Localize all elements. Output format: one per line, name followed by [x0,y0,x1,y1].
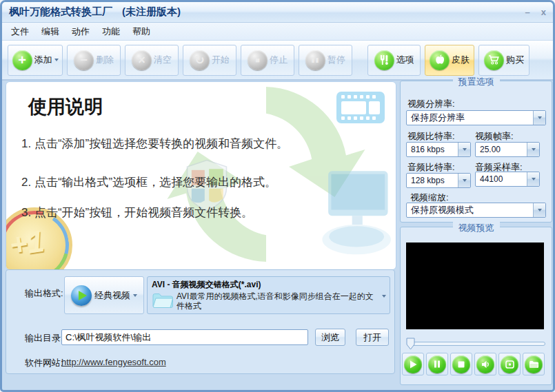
menu-function[interactable]: 功能 [96,23,126,40]
skin-button[interactable]: 皮肤 [425,45,474,76]
chevron-down-icon[interactable] [382,295,386,298]
open-button[interactable]: 打开 [356,329,389,346]
folder-icon [525,355,543,373]
monitor-graphic [318,166,392,262]
options-button-label: 选项 [396,54,414,66]
classic-video-icon [71,285,92,306]
video-bitrate-value: 816 kbps [407,145,458,154]
chevron-down-icon [54,59,59,61]
format-select-box[interactable]: AVI - 音频视频交错格式(*.avi) AVI最常用的视频格式,语音和影像同… [147,276,390,314]
start-refresh-icon: ↻ [190,50,210,70]
snapshot-icon [501,355,518,373]
delete-button[interactable]: − 删除 [67,45,121,76]
video-preview-panel: 视频预览 [400,227,552,385]
video-framerate-label: 视频帧率: [475,130,514,143]
close-button[interactable]: x [541,8,546,17]
preview-folder-button[interactable] [523,353,545,375]
seek-slider[interactable] [406,338,545,350]
menu-file[interactable]: 文件 [5,23,35,40]
add-button[interactable]: + 添加 [8,45,63,76]
add-plus-icon: + [12,50,32,70]
stop-icon [452,355,470,373]
menu-help[interactable]: 帮助 [126,23,157,40]
video-framerate-select[interactable]: 25.00 [475,142,540,157]
output-directory-label: 输出目录: [25,332,63,344]
audio-samplerate-value: 44100 [476,174,527,184]
stop-square-icon: ■ [248,50,268,70]
format-category-label: 经典视频 [94,289,130,302]
start-button[interactable]: ↻ 开始 [183,45,236,76]
format-name: AVI - 音频视频交错格式(*.avi) [152,279,380,291]
skin-button-label: 皮肤 [452,54,470,66]
options-button[interactable]: 选项 [367,45,421,76]
menu-edit[interactable]: 编辑 [35,23,65,40]
output-panel: 输出格式: 经典视频 AVI - 音频视频交错格式(*.avi) AVI最常用的… [6,269,395,374]
video-scale-value: 保持原视频模式 [407,204,533,216]
preset-options-panel: 预置选项 视频分辨率: 保持原分辨率 视频比特率: 视频帧率: 816 kbps… [400,81,552,223]
window-title: 枫叶万能格式转换工厂 [9,6,112,19]
stop-button-label: 停止 [270,54,287,66]
license-badge: (未注册版本) [122,6,181,19]
seek-slider-track[interactable] [407,342,545,346]
add-button-label: 添加 [34,54,52,66]
content-area: +1 使用说明 1. 点击“添加”按钮选择您要转换的视频和音频文件。 2. 点击… [2,78,553,390]
menu-bar: 文件 编辑 动作 功能 帮助 [2,23,553,41]
instruction-step-3: 3. 点击“开始”按钮，开始视频音频文件转换。 [21,205,253,220]
video-resolution-value: 保持原分辨率 [407,112,533,124]
preview-volume-button[interactable] [474,353,496,375]
preview-play-button[interactable] [402,353,424,375]
video-bitrate-select[interactable]: 816 kbps [406,142,471,157]
clear-button[interactable]: × 清空 [125,45,179,76]
website-label: 软件网站: [25,357,63,369]
chevron-down-icon[interactable] [458,174,470,187]
pause-bars-icon: ▮▮ [305,50,325,70]
format-category-button[interactable]: 经典视频 [64,276,144,314]
video-resolution-select[interactable]: 保持原分辨率 [406,110,546,125]
pause-button-label: 暂停 [327,54,345,66]
stop-button[interactable]: ■ 停止 [241,45,294,76]
title-bar: 枫叶万能格式转换工厂 (未注册版本) – x [2,2,553,23]
coin-text: +1 [8,224,47,262]
chevron-down-icon[interactable] [527,172,539,186]
browse-button[interactable]: 浏览 [315,329,345,346]
chevron-down-icon[interactable] [527,143,539,156]
app-window: 枫叶万能格式转换工厂 (未注册版本) – x 文件 编辑 动作 功能 帮助 + … [0,0,555,392]
preview-pause-button[interactable] [426,353,448,375]
audio-bitrate-label: 音频比特率: [407,161,455,174]
output-directory-input[interactable] [61,329,308,345]
video-scale-select[interactable]: 保持原视频模式 [406,203,546,218]
cart-icon [484,50,504,70]
play-icon [404,355,422,373]
menu-action[interactable]: 动作 [65,23,96,40]
instruction-step-1: 1. 点击“添加”按钮选择您要转换的视频和音频文件。 [21,136,288,152]
toolbar: + 添加 − 删除 × 清空 ↻ 开始 ■ 停止 ▮▮ 暂停 选项 [2,41,553,81]
volume-icon [476,355,494,373]
minimize-button[interactable]: – [525,8,530,17]
chevron-down-icon[interactable] [533,111,545,125]
audio-samplerate-select[interactable]: 44100 [475,172,540,187]
tools-icon [374,50,394,70]
clear-x-icon: × [132,50,152,70]
audio-bitrate-select[interactable]: 128 kbps [406,173,471,188]
chevron-down-icon[interactable] [458,143,470,156]
start-button-label: 开始 [212,54,230,66]
cyan-folder-icon [152,291,174,309]
instructions-panel: +1 使用说明 1. 点击“添加”按钮选择您要转换的视频和音频文件。 2. 点击… [6,81,396,270]
pause-button[interactable]: ▮▮ 暂停 [299,45,352,76]
video-bitrate-label: 视频比特率: [407,130,455,143]
buy-button[interactable]: 购买 [478,45,529,76]
output-format-label: 输出格式: [25,287,63,300]
clear-button-label: 清空 [154,54,172,66]
preview-stop-button[interactable] [450,353,472,375]
chevron-down-icon [133,294,137,297]
preview-snapshot-button[interactable] [498,353,521,375]
film-strip-icon [336,92,385,123]
audio-bitrate-value: 128 kbps [407,176,458,185]
chevron-down-icon[interactable] [533,203,545,217]
format-description: AVI最常用的视频格式,语音和影像同步组合在一起的文件格式 [176,291,376,311]
seek-slider-thumb[interactable] [406,338,415,350]
website-link[interactable]: http://www.fengyesoft.com [61,357,166,367]
video-framerate-value: 25.00 [476,145,527,154]
instruction-step-2: 2. 点击“输出格式”选项框，选择您要输出的格式。 [21,174,276,190]
instructions-title: 使用说明 [28,94,103,119]
